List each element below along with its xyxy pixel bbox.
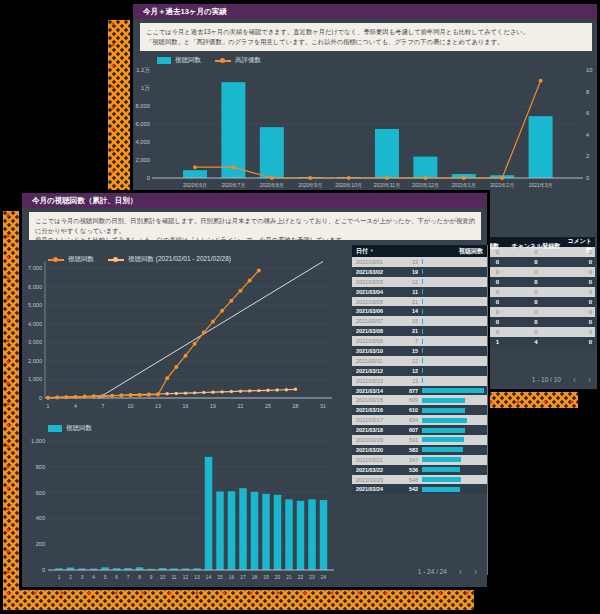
svg-text:4,000: 4,000 [135, 139, 150, 145]
value-bar [422, 388, 484, 393]
svg-text:8: 8 [138, 575, 141, 580]
legend-label: 視聴回数 (2021/02/01 - 2021/02/28) [128, 255, 231, 264]
data-point [239, 289, 243, 293]
value-bar [422, 348, 484, 353]
svg-text:21: 21 [286, 575, 292, 580]
data-point [231, 165, 235, 169]
table-row: 2021/03/16610 [352, 405, 487, 415]
data-point [248, 278, 252, 282]
data-point [230, 390, 233, 393]
svg-text:2020年8月: 2020年8月 [260, 182, 284, 189]
value-bar [422, 457, 484, 462]
next-page-icon[interactable]: › [474, 569, 477, 575]
svg-text:8: 8 [586, 89, 589, 95]
data-point [119, 394, 123, 398]
svg-text:1.2万: 1.2万 [136, 67, 150, 73]
value-bar [422, 447, 484, 452]
daily-views-table: 日付 ▼ 視聴回数 2021/03/01132021/03/02192021/0… [352, 245, 488, 575]
svg-text:7: 7 [102, 403, 105, 409]
legend-label: 視聴回数 [68, 255, 94, 264]
monthly-combo-chart: 02,0004,0006,0008,0001万1.2万02468102020年6… [133, 60, 597, 192]
bar [529, 116, 553, 178]
table-row: 2021/03/1313 [352, 376, 487, 386]
svg-text:16: 16 [183, 403, 189, 409]
value-bar [422, 269, 484, 274]
data-point [308, 176, 312, 180]
svg-text:2,000: 2,000 [28, 358, 42, 364]
prev-page-icon[interactable]: ‹ [459, 569, 462, 575]
data-point [275, 388, 278, 391]
line-swatch-icon [108, 256, 124, 263]
value-bar [422, 289, 484, 294]
value-bar [422, 398, 484, 403]
svg-text:2,000: 2,000 [135, 157, 150, 163]
data-point [423, 176, 427, 180]
value-bar [422, 309, 484, 314]
bar [251, 492, 259, 570]
svg-text:2020年12月: 2020年12月 [412, 182, 439, 189]
svg-text:2: 2 [586, 153, 589, 159]
data-point [270, 176, 274, 180]
bar [413, 157, 437, 178]
next-page-icon[interactable]: › [588, 377, 591, 383]
svg-text:6,000: 6,000 [28, 284, 42, 290]
svg-text:5,000: 5,000 [28, 302, 42, 308]
data-point [229, 299, 233, 303]
panel2-pagination: 1 - 24 / 24 ‹ › [418, 568, 477, 575]
data-point [266, 389, 269, 392]
svg-text:2021年1月: 2021年1月 [452, 182, 476, 189]
data-point [202, 331, 206, 335]
legend-item-daily-views: 視聴回数 [48, 424, 92, 433]
table-row: 2021/03/0219 [352, 267, 487, 277]
svg-text:2020年7月: 2020年7月 [221, 182, 245, 189]
bar [260, 127, 284, 178]
svg-text:4: 4 [92, 575, 95, 580]
table-row: 2021/03/21547 [352, 455, 487, 465]
svg-text:13: 13 [194, 575, 200, 580]
bar-swatch-icon [48, 425, 62, 432]
col-header-views[interactable]: 視聴回数 [404, 247, 487, 256]
svg-text:22: 22 [238, 403, 244, 409]
data-point [211, 320, 215, 324]
daily-chart-legend: 視聴回数 [48, 424, 92, 433]
svg-text:6: 6 [115, 575, 118, 580]
data-point [184, 354, 188, 358]
data-point [165, 392, 168, 395]
value-bar [422, 358, 484, 363]
data-point [101, 394, 105, 398]
svg-text:18: 18 [252, 575, 258, 580]
value-bar [422, 329, 484, 334]
bar [228, 491, 236, 570]
table-row: 2021/03/0113 [352, 257, 487, 267]
svg-text:16: 16 [229, 575, 235, 580]
data-point [220, 390, 223, 393]
data-point [385, 176, 389, 180]
svg-text:10: 10 [128, 403, 134, 409]
svg-text:23: 23 [309, 575, 315, 580]
table-row: 2021/03/0715 [352, 316, 487, 326]
svg-text:3: 3 [81, 575, 84, 580]
prev-page-icon[interactable]: ‹ [573, 377, 576, 383]
svg-text:28: 28 [293, 403, 299, 409]
svg-text:12: 12 [183, 575, 189, 580]
data-point [193, 391, 196, 394]
legend-label: 視聴回数 [175, 56, 201, 65]
value-bar [422, 368, 484, 373]
bar [274, 495, 282, 570]
table-row: 2021/03/0614 [352, 306, 487, 316]
panel1-description-line2: 「視聴回数」と「高評価数」のグラフを用意しています。これ以外の指標についても、グ… [146, 37, 586, 47]
sort-desc-icon: ▼ [370, 248, 374, 253]
svg-text:0: 0 [42, 567, 45, 573]
svg-text:2020年9月: 2020年9月 [298, 182, 322, 189]
bar [262, 494, 270, 570]
panel1-title: 今月＋過去13ヶ月の実績 [133, 4, 597, 19]
svg-text:3,000: 3,000 [28, 339, 42, 345]
svg-text:2020年10月: 2020年10月 [335, 182, 362, 189]
data-point [193, 342, 197, 346]
data-point [64, 395, 68, 399]
svg-text:7,000: 7,000 [28, 265, 42, 271]
table-row: 2021/03/20583 [352, 445, 487, 455]
svg-text:1,000: 1,000 [31, 438, 45, 444]
pagination-label: 1 - 24 / 24 [418, 568, 447, 575]
col-header-date[interactable]: 日付 ▼ [352, 247, 404, 256]
